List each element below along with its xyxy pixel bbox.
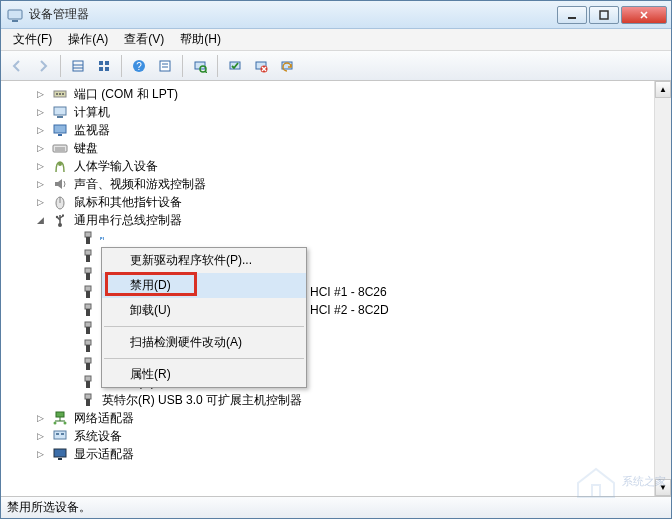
list-view-button[interactable] — [92, 54, 116, 78]
svg-point-28 — [62, 93, 64, 95]
back-button[interactable] — [5, 54, 29, 78]
detail-view-button[interactable] — [66, 54, 90, 78]
svg-rect-63 — [56, 412, 64, 417]
svg-rect-72 — [58, 458, 62, 460]
tree-node[interactable]: ▷系统设备 — [7, 427, 650, 445]
expander-closed-icon[interactable]: ▷ — [35, 161, 46, 172]
enable-button[interactable] — [223, 54, 247, 78]
vertical-scrollbar[interactable]: ▲ ▼ — [654, 81, 671, 496]
expander-closed-icon[interactable]: ▷ — [35, 431, 46, 442]
svg-rect-44 — [86, 237, 90, 244]
expander-none — [63, 377, 74, 388]
context-menu-separator — [104, 326, 304, 327]
usb-plug-icon — [80, 392, 96, 408]
hid-icon — [52, 158, 68, 174]
mouse-icon — [52, 194, 68, 210]
expander-closed-icon[interactable]: ▷ — [35, 143, 46, 154]
svg-point-27 — [59, 93, 61, 95]
device-tree[interactable]: ▷端口 (COM 和 LPT)▷计算机▷监视器▷键盘▷人体学输入设备▷声音、视频… — [1, 81, 654, 496]
scroll-down-button[interactable]: ▼ — [655, 479, 671, 496]
svg-rect-2 — [568, 17, 576, 19]
keyboard-icon — [52, 140, 68, 156]
menubar: 文件(F) 操作(A) 查看(V) 帮助(H) — [1, 29, 671, 51]
display-icon — [52, 446, 68, 462]
menu-help[interactable]: 帮助(H) — [172, 29, 229, 50]
statusbar: 禁用所选设备。 — [1, 496, 671, 518]
expander-closed-icon[interactable]: ▷ — [35, 107, 46, 118]
menu-view[interactable]: 查看(V) — [116, 29, 172, 50]
toolbar-separator — [121, 55, 122, 77]
svg-rect-43 — [85, 232, 91, 237]
tree-node-label: 网络适配器 — [72, 409, 136, 427]
tree-node[interactable]: ▷监视器 — [7, 121, 650, 139]
scroll-up-button[interactable]: ▲ — [655, 81, 671, 98]
port-icon — [52, 86, 68, 102]
expander-closed-icon[interactable]: ▷ — [35, 89, 46, 100]
toolbar-separator — [60, 55, 61, 77]
tree-node[interactable]: ▷人体学输入设备 — [7, 157, 650, 175]
svg-rect-57 — [85, 358, 91, 363]
context-menu-scan[interactable]: 扫描检测硬件改动(A) — [102, 330, 306, 355]
expander-none — [63, 395, 74, 406]
tree-node[interactable]: ▷键盘 — [7, 139, 650, 157]
svg-rect-45 — [85, 250, 91, 255]
svg-point-67 — [64, 422, 67, 425]
svg-rect-48 — [86, 273, 90, 280]
tree-node[interactable]: ▷显示适配器 — [7, 445, 650, 463]
usb-plug-icon — [80, 356, 96, 372]
context-menu-uninstall[interactable]: 卸载(U) — [102, 298, 306, 323]
menu-action[interactable]: 操作(A) — [60, 29, 116, 50]
forward-button[interactable] — [31, 54, 55, 78]
minimize-button[interactable] — [557, 6, 587, 24]
svg-rect-10 — [105, 67, 109, 71]
usb-icon — [52, 212, 68, 228]
tree-node[interactable]: ▷鼠标和其他指针设备 — [7, 193, 650, 211]
help-button[interactable]: ? — [127, 54, 151, 78]
tree-node[interactable]: ▷计算机 — [7, 103, 650, 121]
properties-button[interactable] — [153, 54, 177, 78]
maximize-button[interactable] — [589, 6, 619, 24]
tree-node[interactable]: ▷声音、视频和游戏控制器 — [7, 175, 650, 193]
tree-node-label: 人体学输入设备 — [72, 157, 160, 175]
tree-node[interactable]: ▷端口 (COM 和 LPT) — [7, 85, 650, 103]
menu-file[interactable]: 文件(F) — [5, 29, 60, 50]
svg-text:?: ? — [136, 61, 142, 72]
context-menu-props[interactable]: 属性(R) — [102, 362, 306, 387]
expander-open-icon[interactable]: ◢ — [35, 215, 46, 226]
svg-rect-1 — [12, 20, 18, 22]
svg-point-36 — [58, 162, 62, 166]
update-driver-button[interactable] — [275, 54, 299, 78]
tree-node-label: 端口 (COM 和 LPT) — [72, 85, 180, 103]
usb-plug-icon — [80, 248, 96, 264]
tree-node-label: 鼠标和其他指针设备 — [72, 193, 184, 211]
disable-button[interactable] — [249, 54, 273, 78]
svg-rect-49 — [85, 286, 91, 291]
tree-node-label: 英特尔(R) USB 3.0 可扩展主机控制器 — [100, 391, 304, 409]
svg-rect-3 — [600, 11, 608, 19]
expander-closed-icon[interactable]: ▷ — [35, 413, 46, 424]
svg-line-18 — [205, 71, 207, 73]
titlebar: 设备管理器 — [1, 1, 671, 29]
expander-closed-icon[interactable]: ▷ — [35, 449, 46, 460]
tree-node-label: 系统设备 — [72, 427, 124, 445]
svg-rect-31 — [54, 125, 66, 133]
tree-node[interactable]: ◢通用串行总线控制器 — [7, 211, 650, 229]
close-button[interactable] — [621, 6, 667, 24]
tree-node[interactable] — [7, 229, 650, 247]
svg-point-66 — [54, 422, 57, 425]
scan-button[interactable] — [188, 54, 212, 78]
expander-none — [63, 305, 74, 316]
expander-closed-icon[interactable]: ▷ — [35, 125, 46, 136]
context-menu-update[interactable]: 更新驱动程序软件(P)... — [102, 248, 306, 273]
svg-rect-69 — [56, 433, 59, 435]
scroll-track[interactable] — [655, 98, 671, 479]
tree-node-label: 声音、视频和游戏控制器 — [72, 175, 208, 193]
context-menu-disable[interactable]: 禁用(D) — [102, 273, 306, 298]
expander-closed-icon[interactable]: ▷ — [35, 179, 46, 190]
tree-node[interactable]: ▷网络适配器 — [7, 409, 650, 427]
expander-closed-icon[interactable]: ▷ — [35, 197, 46, 208]
context-menu: 更新驱动程序软件(P)...禁用(D)卸载(U)扫描检测硬件改动(A)属性(R) — [101, 247, 307, 388]
tree-node[interactable]: 英特尔(R) USB 3.0 可扩展主机控制器 — [7, 391, 650, 409]
svg-rect-59 — [85, 376, 91, 381]
svg-rect-61 — [85, 394, 91, 399]
